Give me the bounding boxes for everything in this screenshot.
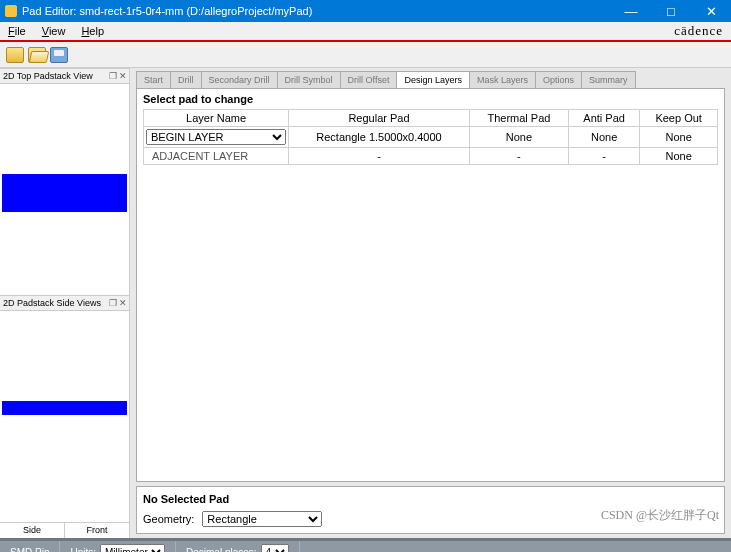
cell-anti[interactable]: None [569,127,640,148]
tab-drill-symbol[interactable]: Drill Symbol [277,71,341,88]
cell-regular[interactable]: Rectangle 1.5000x0.4000 [289,127,470,148]
panel-side-title: 2D Padstack Side Views [3,298,101,308]
menu-help[interactable]: Help [73,25,112,37]
geometry-label: Geometry: [143,513,194,525]
cell-layer: ADJACENT LAYER [144,148,289,165]
minimize-button[interactable]: — [611,0,651,22]
layer-select[interactable]: BEGIN LAYER [146,129,286,145]
pad-side-shape [2,401,127,415]
side-view-tabs: Side Front [0,522,129,538]
th-anti: Anti Pad [569,110,640,127]
decimals-select[interactable]: 4 [261,544,289,552]
decimals-label: Decimal places: [186,547,257,553]
status-type: SMD Pin [0,541,60,552]
tab-summary[interactable]: Summary [581,71,636,88]
save-icon[interactable] [50,47,68,63]
open-icon[interactable] [28,47,46,63]
menu-file[interactable]: File [0,25,34,37]
table-row[interactable]: BEGIN LAYER Rectangle 1.5000x0.4000 None… [144,127,718,148]
dock-icon[interactable]: ❐ [109,298,117,308]
th-keep: Keep Out [640,110,718,127]
menubar: File View Help cādence [0,22,731,42]
th-thermal: Thermal Pad [469,110,568,127]
table-row[interactable]: ADJACENT LAYER - - - None [144,148,718,165]
tab-secondary-drill[interactable]: Secondary Drill [201,71,278,88]
panel-top-title: 2D Top Padstack View [3,71,93,81]
pad-top-shape [2,174,127,212]
th-layer: Layer Name [144,110,289,127]
table-header-row: Layer Name Regular Pad Thermal Pad Anti … [144,110,718,127]
th-regular: Regular Pad [289,110,470,127]
app-icon [5,5,17,17]
watermark: CSDN @长沙红胖子Qt [601,507,719,524]
cell-regular[interactable]: - [289,148,470,165]
brand-label: cādence [674,23,723,39]
panel-close-icon[interactable]: ✕ [119,298,127,308]
tab-side[interactable]: Side [0,523,65,538]
main-column: Start Drill Secondary Drill Drill Symbol… [130,68,731,538]
status-units: Units: Millimeter [60,541,176,552]
workspace: 2D Top Padstack View ❐ ✕ 2D Padstack Sid… [0,68,731,538]
statusbar: SMD Pin Units: Millimeter Decimal places… [0,541,731,552]
close-button[interactable]: ✕ [691,0,731,22]
units-select[interactable]: Millimeter [100,544,165,552]
top-view-canvas[interactable] [0,84,129,295]
panel-close-icon[interactable]: ✕ [119,71,127,81]
window-title: Pad Editor: smd-rect-1r5-0r4-mm (D:/alle… [22,5,312,17]
panel-side-head: 2D Padstack Side Views ❐ ✕ [0,295,129,311]
tab-drill-offset[interactable]: Drill Offset [340,71,398,88]
cell-keep[interactable]: None [640,148,718,165]
tabstrip: Start Drill Secondary Drill Drill Symbol… [130,68,731,88]
content-pane: Select pad to change Layer Name Regular … [136,88,725,482]
geometry-select[interactable]: Rectangle [202,511,322,527]
cell-thermal[interactable]: None [469,127,568,148]
titlebar: Pad Editor: smd-rect-1r5-0r4-mm (D:/alle… [0,0,731,22]
tab-design-layers[interactable]: Design Layers [396,71,470,88]
layer-table: Layer Name Regular Pad Thermal Pad Anti … [143,109,718,165]
tab-mask-layers[interactable]: Mask Layers [469,71,536,88]
new-icon[interactable] [6,47,24,63]
dock-icon[interactable]: ❐ [109,71,117,81]
tab-drill[interactable]: Drill [170,71,202,88]
content-heading: Select pad to change [143,93,718,105]
side-view-canvas[interactable] [0,311,129,522]
toolbar [0,42,731,68]
tab-options[interactable]: Options [535,71,582,88]
units-label: Units: [70,547,96,553]
tab-front[interactable]: Front [65,523,129,538]
status-decimals: Decimal places: 4 [176,541,300,552]
panel-top-head: 2D Top Padstack View ❐ ✕ [0,68,129,84]
cell-anti[interactable]: - [569,148,640,165]
maximize-button[interactable]: □ [651,0,691,22]
left-column: 2D Top Padstack View ❐ ✕ 2D Padstack Sid… [0,68,130,538]
menu-view[interactable]: View [34,25,74,37]
cell-thermal[interactable]: - [469,148,568,165]
tab-start[interactable]: Start [136,71,171,88]
cell-keep[interactable]: None [640,127,718,148]
bottom-heading: No Selected Pad [143,493,718,505]
